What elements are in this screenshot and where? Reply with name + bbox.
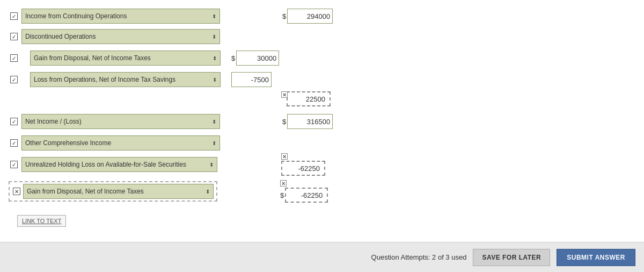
value-gain-disposal[interactable]: 30000: [236, 51, 279, 66]
select-gain-disposal[interactable]: Gain from Disposal, Net of Income Taxes …: [30, 51, 221, 66]
row-loss-operations: Loss from Operations, Net of Income Tax …: [9, 72, 221, 87]
value-net-income[interactable]: 316500: [287, 114, 333, 129]
checkbox-income-continuing[interactable]: [9, 12, 19, 20]
checkbox-gain-disposal2[interactable]: [12, 188, 21, 195]
select-unrealized-holding[interactable]: Unrealized Holding Loss on Available-for…: [21, 157, 217, 172]
select-discontinued[interactable]: Discontinued Operations ⬍: [21, 29, 220, 44]
submit-answer-button[interactable]: SUBMIT ANSWER: [557, 249, 635, 266]
save-for-later-button[interactable]: SAVE FOR LATER: [473, 249, 550, 266]
checkbox-net-income[interactable]: [9, 118, 19, 125]
footer: Question Attempts: 2 of 3 used SAVE FOR …: [0, 242, 644, 272]
subtotal-x-mark[interactable]: [281, 91, 288, 98]
arrow-icon-5: ⬍: [212, 119, 216, 125]
arrow-icon-6: ⬍: [212, 140, 216, 146]
row-gain-disposal2: Gain from Disposal, Net of Income Taxes …: [9, 181, 217, 202]
checkbox-unrealized-holding[interactable]: [9, 161, 19, 168]
attempts-text: Question Attempts: 2 of 3 used: [371, 253, 467, 261]
select-net-income[interactable]: Net Income / (Loss) ⬍: [21, 114, 220, 129]
row-unrealized-holding: Unrealized Holding Loss on Available-for…: [9, 157, 217, 172]
row-other-comprehensive: Other Comprehensive Income ⬍: [9, 135, 220, 151]
checkbox-gain-disposal[interactable]: [9, 54, 19, 62]
arrow-icon: ⬍: [212, 13, 216, 19]
subtotal-value: 22500: [287, 91, 331, 106]
row-net-income: Net Income / (Loss) ⬍ $ 316500: [9, 114, 220, 129]
row-gain-disposal: Gain from Disposal, Net of Income Taxes …: [9, 51, 221, 66]
checkbox-loss-operations[interactable]: [9, 76, 19, 83]
value-loss-operations[interactable]: -7500: [231, 72, 272, 87]
subtotal-area: 22500: [287, 91, 331, 106]
arrow-icon-4: ⬍: [213, 77, 217, 83]
row-income-continuing: Income from Continuing Operations ⬍ $ 29…: [9, 9, 220, 24]
arrow-icon-3: ⬍: [213, 55, 217, 61]
row-discontinued: Discontinued Operations ⬍: [9, 29, 220, 44]
value-income-continuing[interactable]: 294000: [287, 9, 333, 24]
select-gain-disposal2[interactable]: Gain from Disposal, Net of Income Taxes …: [23, 184, 214, 199]
select-loss-operations[interactable]: Loss from Operations, Net of Income Tax …: [30, 72, 221, 87]
select-other-comprehensive[interactable]: Other Comprehensive Income ⬍: [21, 135, 220, 151]
arrow-icon-7: ⬍: [209, 162, 214, 168]
checkbox-other-comprehensive[interactable]: [9, 139, 19, 147]
value-unrealized-holding: -62250: [281, 161, 325, 176]
arrow-icon-8: ⬍: [206, 189, 210, 195]
value-gain-disposal2: -62250: [285, 188, 328, 203]
select-income-continuing[interactable]: Income from Continuing Operations ⬍: [21, 9, 220, 24]
arrow-icon-2: ⬍: [212, 34, 216, 40]
link-to-text-button[interactable]: LINK TO TEXT: [17, 215, 66, 227]
checkbox-discontinued[interactable]: [9, 33, 19, 40]
